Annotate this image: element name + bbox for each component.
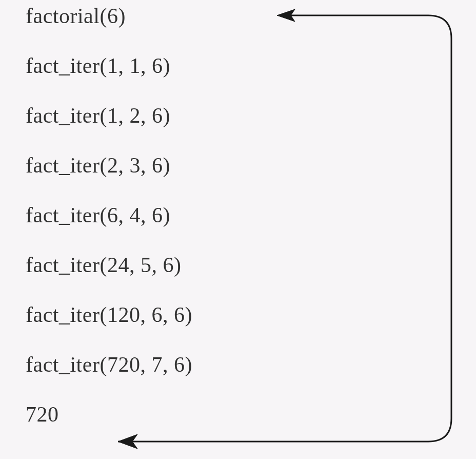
- trace-line: fact_iter(24, 5, 6): [26, 254, 192, 276]
- trace-line: fact_iter(720, 7, 6): [26, 354, 192, 375]
- trace-line: fact_iter(120, 6, 6): [26, 304, 192, 326]
- trace-line: 720: [26, 404, 192, 425]
- trace-line: fact_iter(1, 1, 6): [26, 55, 192, 76]
- trace-line: factorial(6): [26, 5, 192, 27]
- trace-list: factorial(6) fact_iter(1, 1, 6) fact_ite…: [26, 5, 192, 425]
- trace-line: fact_iter(6, 4, 6): [26, 204, 192, 226]
- trace-line: fact_iter(2, 3, 6): [26, 155, 192, 176]
- trace-line: fact_iter(1, 2, 6): [26, 105, 192, 126]
